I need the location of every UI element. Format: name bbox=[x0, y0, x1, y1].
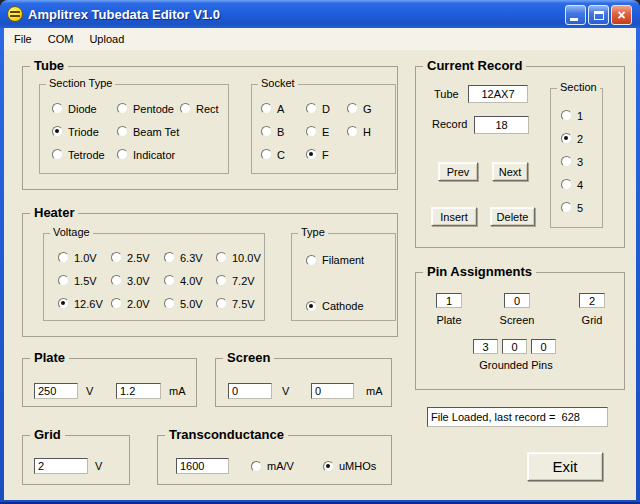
voltage-radios: 1.0V2.5V6.3V10.0V1.5V3.0V4.0V7.2V12.6V2.… bbox=[44, 234, 264, 315]
plate-current-field[interactable]: 1.2 bbox=[116, 383, 161, 399]
radio-a[interactable]: A bbox=[261, 103, 306, 115]
radio-pentode[interactable]: Pentode bbox=[117, 103, 180, 115]
plate-pin-label: Plate bbox=[436, 314, 461, 326]
radio-row: 1.5V3.0V4.0V7.2V bbox=[58, 269, 264, 292]
screen-pin-field[interactable]: 0 bbox=[504, 293, 530, 308]
plate-pin-field[interactable]: 1 bbox=[436, 293, 462, 308]
screen-pin-label: Screen bbox=[500, 314, 535, 326]
minimize-button[interactable] bbox=[565, 5, 586, 25]
radio-label: 2 bbox=[577, 133, 583, 145]
plate-group: Plate 250 V 1.2 mA bbox=[22, 358, 197, 407]
status-field[interactable]: File Loaded, last record = 628 bbox=[427, 407, 608, 427]
radio-row: 1.0V2.5V6.3V10.0V bbox=[58, 246, 264, 269]
radio-diode[interactable]: Diode bbox=[52, 103, 117, 115]
title-bar[interactable]: Amplitrex Tubedata Editor V1.0 × bbox=[0, 0, 640, 28]
radio-1-5v[interactable]: 1.5V bbox=[58, 275, 111, 287]
radio-7-5v[interactable]: 7.5V bbox=[216, 298, 264, 310]
minimize-icon bbox=[570, 18, 578, 21]
transconductance-field[interactable]: 1600 bbox=[176, 458, 229, 474]
delete-button[interactable]: Delete bbox=[490, 207, 535, 226]
plate-voltage-field[interactable]: 250 bbox=[34, 383, 78, 399]
radio-circle-icon bbox=[323, 461, 334, 472]
menu-file[interactable]: File bbox=[6, 30, 40, 48]
radio-4[interactable]: 4 bbox=[561, 179, 583, 191]
next-button[interactable]: Next bbox=[492, 162, 528, 181]
radio-circle-icon bbox=[561, 202, 572, 213]
radio-row: TriodeBeam Tet bbox=[52, 120, 228, 143]
radio-circle-icon bbox=[52, 149, 63, 160]
radio-label: Pentode bbox=[133, 103, 174, 115]
radio-circle-icon bbox=[306, 149, 317, 160]
radio-ma-v[interactable]: mA/V bbox=[251, 460, 294, 472]
radio-12-6v[interactable]: 12.6V bbox=[58, 298, 111, 310]
heater-group: Heater Voltage 1.0V2.5V6.3V10.0V1.5V3.0V… bbox=[22, 213, 398, 337]
current-record-group: Current Record Tube 12AX7 Record 18 Prev… bbox=[415, 66, 625, 248]
radio-1[interactable]: 1 bbox=[561, 110, 583, 122]
grid-voltage-field[interactable]: 2 bbox=[34, 458, 88, 474]
radio-label: 7.5V bbox=[232, 298, 255, 310]
radio-g[interactable]: G bbox=[347, 103, 395, 115]
maximize-button[interactable] bbox=[588, 5, 609, 25]
insert-button[interactable]: Insert bbox=[431, 207, 477, 226]
radio-2-0v[interactable]: 2.0V bbox=[111, 298, 164, 310]
transconductance-group: Transconductance 1600 mA/VuMHOs bbox=[157, 435, 392, 485]
grounded-pin-field-3[interactable]: 0 bbox=[531, 339, 556, 354]
radio-label: 1 bbox=[577, 110, 583, 122]
radio-2[interactable]: 2 bbox=[561, 133, 583, 145]
radio-label: H bbox=[363, 126, 371, 138]
record-number-field[interactable]: 18 bbox=[474, 116, 529, 134]
prev-button[interactable]: Prev bbox=[438, 162, 478, 181]
radio-10-0v[interactable]: 10.0V bbox=[216, 252, 264, 264]
tube-group-caption: Tube bbox=[30, 58, 68, 73]
radio-e[interactable]: E bbox=[306, 126, 347, 138]
radio-cathode[interactable]: Cathode bbox=[306, 300, 364, 312]
radio-indicator[interactable]: Indicator bbox=[117, 149, 180, 161]
heater-type-radios: FilamentCathode bbox=[292, 234, 395, 340]
tube-name-field[interactable]: 12AX7 bbox=[468, 85, 528, 103]
radio-label: 5 bbox=[577, 202, 583, 214]
radio-label: 4 bbox=[577, 179, 583, 191]
radio-1-0v[interactable]: 1.0V bbox=[58, 252, 111, 264]
radio-circle-icon bbox=[306, 301, 317, 312]
radio-beam-tet[interactable]: Beam Tet bbox=[117, 126, 180, 138]
radio-7-2v[interactable]: 7.2V bbox=[216, 275, 264, 287]
grid-pin-field[interactable]: 2 bbox=[579, 293, 605, 308]
radio-label: 2.0V bbox=[127, 298, 150, 310]
record-field-label: Record bbox=[432, 118, 467, 130]
screen-current-field[interactable]: 0 bbox=[311, 383, 354, 399]
grid-pin-label: Grid bbox=[582, 314, 603, 326]
radio-h[interactable]: H bbox=[347, 126, 395, 138]
radio-circle-icon bbox=[261, 103, 272, 114]
radio-4-0v[interactable]: 4.0V bbox=[164, 275, 216, 287]
radio-label: F bbox=[322, 149, 329, 161]
exit-button[interactable]: Exit bbox=[527, 452, 603, 481]
radio-d[interactable]: D bbox=[306, 103, 347, 115]
radio-b[interactable]: B bbox=[261, 126, 306, 138]
radio-5-0v[interactable]: 5.0V bbox=[164, 298, 216, 310]
grounded-pin-field-1[interactable]: 3 bbox=[473, 339, 498, 354]
screen-voltage-field[interactable]: 0 bbox=[228, 383, 272, 399]
radio-triode[interactable]: Triode bbox=[52, 126, 117, 138]
menu-upload[interactable]: Upload bbox=[81, 30, 132, 48]
radio-3[interactable]: 3 bbox=[561, 156, 583, 168]
radio-label: 7.2V bbox=[232, 275, 255, 287]
menu-com[interactable]: COM bbox=[40, 30, 82, 48]
radio-label: E bbox=[322, 126, 329, 138]
close-button[interactable]: × bbox=[611, 5, 632, 25]
radio-circle-icon bbox=[216, 298, 227, 309]
radio-3-0v[interactable]: 3.0V bbox=[111, 275, 164, 287]
radio-2-5v[interactable]: 2.5V bbox=[111, 252, 164, 264]
grounded-pin-field-2[interactable]: 0 bbox=[502, 339, 527, 354]
radio-circle-icon bbox=[561, 179, 572, 190]
radio-umhos[interactable]: uMHOs bbox=[323, 460, 376, 472]
radio-label: Diode bbox=[68, 103, 97, 115]
radio-rect[interactable]: Rect bbox=[180, 103, 228, 115]
radio-f[interactable]: F bbox=[306, 149, 347, 161]
radio-filament[interactable]: Filament bbox=[306, 254, 364, 266]
radio-6-3v[interactable]: 6.3V bbox=[164, 252, 216, 264]
radio-tetrode[interactable]: Tetrode bbox=[52, 149, 117, 161]
radio-label: A bbox=[277, 103, 284, 115]
radio-circle-icon bbox=[164, 252, 175, 263]
radio-5[interactable]: 5 bbox=[561, 202, 583, 214]
radio-c[interactable]: C bbox=[261, 149, 306, 161]
